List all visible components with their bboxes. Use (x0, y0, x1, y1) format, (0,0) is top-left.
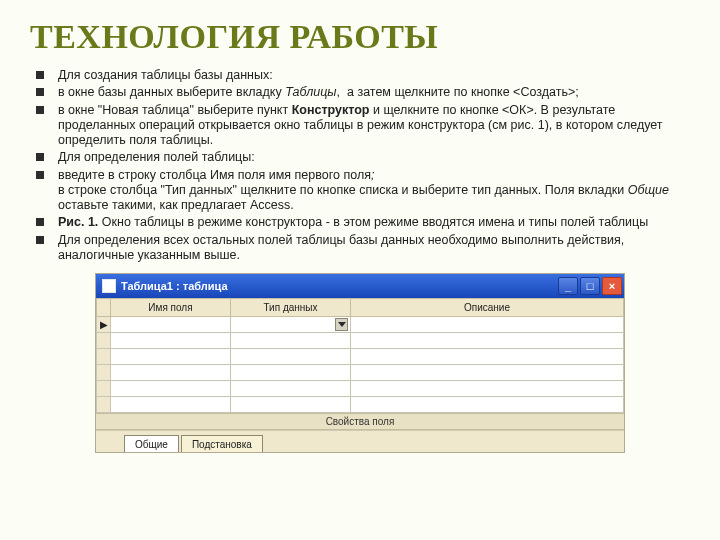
cell-data-type[interactable] (231, 381, 351, 397)
row-header[interactable]: ▶ (97, 317, 111, 333)
cell-description[interactable] (351, 381, 624, 397)
table-row[interactable] (97, 365, 624, 381)
grid-body[interactable]: ▶ (97, 317, 624, 413)
cell-field-name[interactable] (111, 381, 231, 397)
tab-general[interactable]: Общие (124, 435, 179, 452)
corner-cell (97, 299, 111, 317)
page-title: ТЕХНОЛОГИЯ РАБОТЫ (30, 18, 690, 56)
bullet-item: в окне "Новая таблица" выберите пункт Ко… (36, 103, 688, 149)
window-caption: Таблица1 : таблица (121, 280, 558, 292)
cell-field-name[interactable] (111, 317, 231, 333)
bullet-item: Рис. 1. Окно таблицы в режиме конструкто… (36, 215, 688, 230)
cell-description[interactable] (351, 333, 624, 349)
bullet-item: введите в строку столбца Имя поля имя пе… (36, 168, 688, 214)
tab-lookup[interactable]: Подстановка (181, 435, 263, 452)
col-header-name[interactable]: Имя поля (111, 299, 231, 317)
minimize-button[interactable]: _ (558, 277, 578, 295)
bullet-item: в окне базы данных выберите вкладку Табл… (36, 85, 688, 100)
cell-description[interactable] (351, 365, 624, 381)
window-titlebar: Таблица1 : таблица _ □ × (96, 274, 624, 298)
table-row[interactable] (97, 333, 624, 349)
designer-grid[interactable]: Имя поля Тип данных Описание ▶ (96, 298, 624, 413)
cell-data-type[interactable] (231, 317, 351, 333)
bullet-item: Для создания таблицы базы данных: (36, 68, 688, 83)
cell-field-name[interactable] (111, 397, 231, 413)
cell-data-type[interactable] (231, 365, 351, 381)
row-header[interactable] (97, 365, 111, 381)
figure-window: Таблица1 : таблица _ □ × (95, 273, 625, 453)
table-row[interactable] (97, 381, 624, 397)
table-row[interactable] (97, 349, 624, 365)
table-row[interactable] (97, 397, 624, 413)
cell-data-type[interactable] (231, 333, 351, 349)
bullet-item: Для определения полей таблицы: (36, 150, 688, 165)
bullet-item: Для определения всех остальных полей таб… (36, 233, 688, 264)
cell-field-name[interactable] (111, 333, 231, 349)
maximize-button[interactable]: □ (580, 277, 600, 295)
row-header[interactable] (97, 381, 111, 397)
properties-bar: Свойства поля (96, 413, 624, 430)
row-header[interactable] (97, 333, 111, 349)
property-tabs: Общие Подстановка (96, 430, 624, 452)
cell-field-name[interactable] (111, 349, 231, 365)
close-button[interactable]: × (602, 277, 622, 295)
cell-data-type[interactable] (231, 397, 351, 413)
cell-data-type[interactable] (231, 349, 351, 365)
table-row[interactable]: ▶ (97, 317, 624, 333)
cell-field-name[interactable] (111, 365, 231, 381)
cell-description[interactable] (351, 397, 624, 413)
col-header-type[interactable]: Тип данных (231, 299, 351, 317)
type-dropdown-icon[interactable] (335, 318, 348, 331)
row-header[interactable] (97, 397, 111, 413)
cell-description[interactable] (351, 349, 624, 365)
window-icon (102, 279, 116, 293)
col-header-desc[interactable]: Описание (351, 299, 624, 317)
bullet-list: Для создания таблицы базы данных:в окне … (30, 68, 690, 263)
cell-description[interactable] (351, 317, 624, 333)
row-header[interactable] (97, 349, 111, 365)
